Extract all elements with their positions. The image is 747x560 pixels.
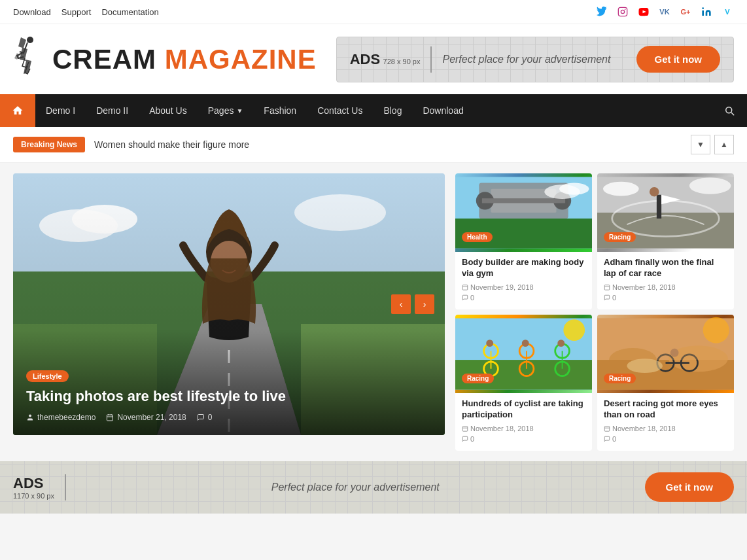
- logo-text: CREAM MAGAZINE: [52, 44, 317, 75]
- bottom-ad-label: ADS: [13, 475, 54, 492]
- side-card-2-title: Adham finally won the final lap of car r…: [604, 257, 727, 279]
- nav-about[interactable]: About Us: [139, 94, 198, 127]
- nav-demo2[interactable]: Demo II: [86, 94, 139, 127]
- topbar-support-link[interactable]: Support: [61, 7, 92, 17]
- bottom-ad-text: Perfect place for your advertisement: [77, 481, 634, 493]
- svg-rect-0: [618, 7, 627, 16]
- side-card-4-date: November 18, 2018: [604, 425, 676, 432]
- breaking-news-text: Women should make their figure more: [94, 139, 682, 150]
- twitter-icon[interactable]: [595, 5, 608, 18]
- side-card-3: Racing Hundreds of cyclist are taking pa…: [455, 315, 592, 451]
- svg-rect-60: [462, 426, 468, 431]
- side-card-3-date: November 18, 2018: [462, 425, 534, 432]
- svg-point-1: [621, 10, 624, 13]
- vimeo-icon[interactable]: V: [721, 5, 734, 18]
- svg-rect-43: [604, 285, 610, 290]
- side-card-1: Health Body builder are making body via …: [455, 173, 592, 309]
- topbar-download-link[interactable]: Download: [13, 7, 51, 17]
- side-card-3-content: Hundreds of cyclist are taking participa…: [455, 393, 592, 451]
- bottom-ad-size: 1170 x 90 px: [13, 492, 54, 500]
- header-ad-button[interactable]: Get it now: [636, 46, 721, 73]
- breaking-news-nav: ▼ ▲: [691, 135, 734, 154]
- main-content: ‹ › Lifestyle Taking photos are best lif…: [0, 163, 747, 461]
- nav-blog[interactable]: Blog: [373, 94, 412, 127]
- bottom-ad-button[interactable]: Get it now: [645, 472, 735, 502]
- social-icons: VK G+ V: [595, 5, 734, 18]
- side-card-2-content: Adham finally won the final lap of car r…: [597, 252, 734, 309]
- side-card-2-meta: November 18, 2018: [604, 283, 727, 291]
- svg-rect-38: [657, 195, 661, 219]
- nav-download[interactable]: Download: [412, 94, 474, 127]
- vk-icon[interactable]: VK: [658, 5, 671, 18]
- bottom-ad-label-wrap: ADS 1170 x 90 px: [13, 475, 54, 500]
- instagram-icon[interactable]: [616, 5, 629, 18]
- googleplus-icon[interactable]: G+: [679, 5, 692, 18]
- nav-search-button[interactable]: [712, 94, 747, 127]
- featured-meta: themebeezdemo November 21, 2018 0: [26, 413, 432, 422]
- linkedin-icon[interactable]: [700, 5, 713, 18]
- side-card-4-category: Racing: [604, 374, 636, 383]
- svg-rect-33: [462, 285, 468, 290]
- header-ad-label: ADS 728 x 90 px: [350, 51, 421, 68]
- side-card-2-category: Racing: [604, 232, 636, 242]
- side-articles-grid: Health Body builder are making body via …: [455, 173, 734, 451]
- breaking-news-badge: Breaking News: [13, 137, 85, 152]
- nav-demo1[interactable]: Demo I: [35, 94, 86, 127]
- side-card-3-title: Hundreds of cyclist are taking participa…: [462, 398, 585, 421]
- navigation: Demo I Demo II About Us Pages ▼ Fashion …: [0, 94, 747, 127]
- breaking-news-bar: Breaking News Women should make their fi…: [0, 127, 747, 163]
- svg-rect-30: [482, 198, 565, 203]
- nav-fashion[interactable]: Fashion: [253, 94, 307, 127]
- svg-point-32: [559, 183, 589, 195]
- nav-contact[interactable]: Contact Us: [307, 94, 373, 127]
- featured-title: Taking photos are best lifestyle to live: [26, 387, 432, 406]
- featured-author: themebeezdemo: [26, 413, 96, 422]
- side-card-1-category: Health: [462, 232, 493, 242]
- side-card-3-category: Racing: [462, 374, 494, 383]
- header-ad-banner: ADS 728 x 90 px Perfect place for your a…: [336, 37, 734, 82]
- header: CREAM MAGAZINE ADS 728 x 90 px Perfect p…: [0, 24, 747, 94]
- svg-point-2: [625, 9, 626, 10]
- svg-point-40: [650, 187, 659, 197]
- logo-magazine: MAGAZINE: [165, 44, 317, 75]
- logo-icon: [13, 35, 47, 84]
- breaking-news-prev[interactable]: ▼: [691, 135, 710, 154]
- svg-point-59: [563, 319, 585, 341]
- bottom-ad-divider: [65, 474, 66, 500]
- side-card-4-meta: November 18, 2018: [604, 425, 727, 432]
- side-card-1-comments: 0: [462, 294, 585, 302]
- nav-home-button[interactable]: [0, 94, 35, 127]
- svg-point-56: [557, 340, 565, 347]
- featured-next-btn[interactable]: ›: [415, 294, 434, 314]
- svg-point-70: [627, 359, 663, 373]
- svg-rect-20: [107, 415, 113, 421]
- svg-point-4: [27, 37, 33, 43]
- svg-rect-73: [604, 426, 610, 431]
- featured-category: Lifestyle: [26, 370, 69, 382]
- topbar-links: Download Support Documentation: [13, 7, 159, 17]
- header-ad-divider: [430, 46, 432, 73]
- svg-point-50: [486, 340, 493, 347]
- youtube-icon[interactable]: [637, 5, 650, 18]
- svg-point-3: [702, 7, 704, 9]
- nav-pages[interactable]: Pages ▼: [198, 94, 254, 127]
- bottom-ad-banner: ADS 1170 x 90 px Perfect place for your …: [0, 461, 747, 514]
- header-ad-text: Perfect place for your advertisement: [442, 54, 625, 65]
- logo-area: CREAM MAGAZINE: [13, 35, 317, 84]
- side-card-4-title: Desert racing got more eyes than on road: [604, 398, 727, 421]
- side-card-1-title: Body builder are making body via gym: [462, 257, 585, 279]
- breaking-news-next[interactable]: ▲: [714, 135, 734, 154]
- svg-rect-72: [597, 318, 734, 360]
- topbar-documentation-link[interactable]: Documentation: [101, 7, 158, 17]
- side-card-1-content: Body builder are making body via gym Nov…: [455, 252, 592, 309]
- featured-prev-btn[interactable]: ‹: [391, 294, 411, 314]
- logo-cream: CREAM: [52, 44, 156, 75]
- featured-article: ‹ › Lifestyle Taking photos are best lif…: [13, 173, 445, 435]
- featured-date: November 21, 2018: [106, 413, 186, 422]
- side-card-4: Racing Desert racing got more eyes than …: [597, 315, 734, 451]
- side-card-1-date: November 19, 2018: [462, 283, 534, 291]
- featured-comments: 0: [197, 413, 213, 422]
- side-card-4-content: Desert racing got more eyes than on road…: [597, 393, 734, 451]
- svg-point-53: [522, 340, 529, 347]
- side-card-1-meta: November 19, 2018: [462, 283, 585, 291]
